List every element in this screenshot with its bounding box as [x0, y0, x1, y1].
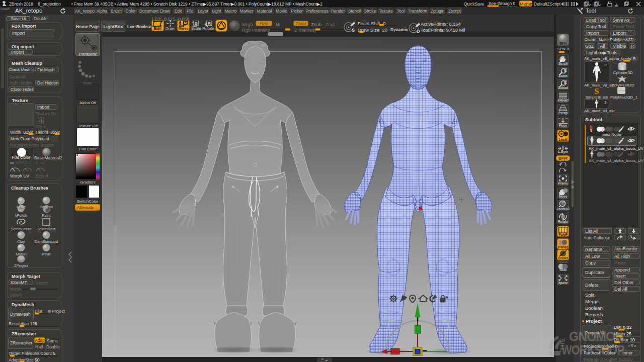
svg-text:R: R — [208, 21, 211, 26]
svg-text:S: S — [195, 21, 198, 26]
svg-text:S: S — [352, 28, 355, 33]
svg-text:D: D — [417, 29, 420, 34]
svg-text:M: M — [184, 21, 187, 25]
